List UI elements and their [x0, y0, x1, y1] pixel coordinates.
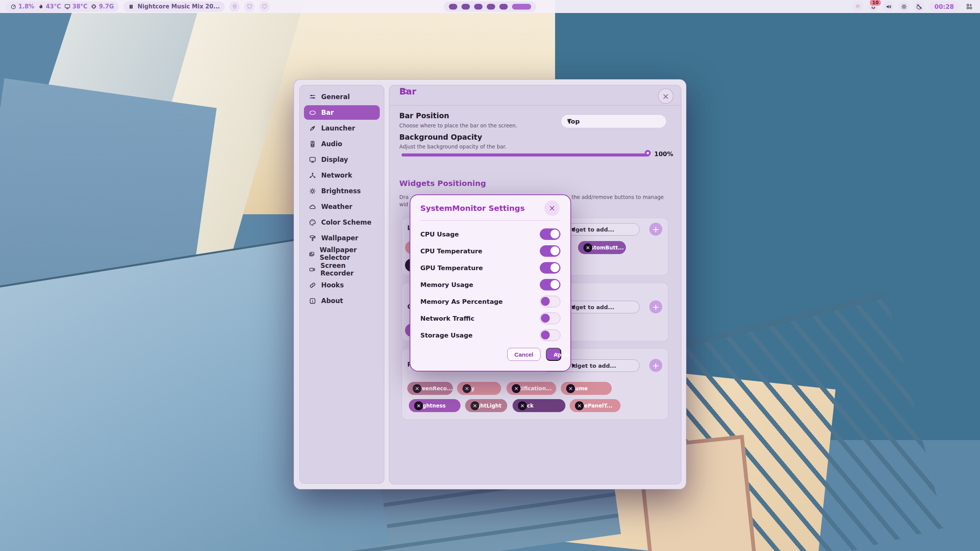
- systemmonitor-settings-dialog: SystemMonitor Settings × CPU Usage CPU T…: [410, 194, 571, 372]
- cpu-usage-stat: 1.8%: [10, 3, 34, 10]
- toggle-row-gpu-temperature: GPU Temperature: [410, 259, 570, 276]
- widgets-description-fragment: the add/remove buttons to manage: [572, 194, 664, 200]
- workspace-dot-active[interactable]: [512, 4, 531, 10]
- brightness-sun-icon: [309, 187, 316, 195]
- widget-chip-clock[interactable]: Clock ×: [513, 399, 565, 412]
- storage-usage-toggle[interactable]: [540, 329, 560, 341]
- workspace-dot[interactable]: [462, 4, 470, 10]
- sidebar-item-audio[interactable]: Audio: [304, 137, 380, 151]
- volume-button[interactable]: [883, 1, 894, 12]
- workspace-dot[interactable]: [487, 4, 495, 10]
- skull-button[interactable]: [229, 2, 240, 12]
- chip-remove-button[interactable]: ×: [583, 243, 592, 252]
- workspace-dot[interactable]: [474, 4, 483, 10]
- sidebar-item-color-scheme[interactable]: Color Scheme: [304, 215, 380, 230]
- chevron-down-icon: ▼: [572, 363, 575, 368]
- gpu-temperature-toggle[interactable]: [540, 262, 560, 274]
- cpu-usage-toggle[interactable]: [540, 228, 560, 240]
- sidebar-item-wallpaper[interactable]: Wallpaper: [304, 231, 380, 245]
- notifications-button[interactable]: 10: [868, 1, 879, 12]
- workspace-indicator: [444, 2, 536, 12]
- cpu-temperature-toggle[interactable]: [540, 245, 560, 257]
- night-light-button[interactable]: [914, 1, 924, 12]
- sidebar-item-label: Display: [321, 156, 348, 163]
- dialog-close-button[interactable]: ×: [544, 201, 560, 216]
- heart-button[interactable]: [259, 2, 270, 12]
- background-opacity-slider[interactable]: [402, 152, 649, 158]
- dialog-title: SystemMonitor Settings: [420, 204, 525, 213]
- tray-app-button[interactable]: [853, 1, 863, 12]
- widget-chip-screenrecorder[interactable]: ScreenReco... ×: [407, 382, 453, 395]
- widget-chip-nightlight[interactable]: NightLight ×: [465, 399, 507, 412]
- chip-remove-button[interactable]: ×: [462, 384, 471, 393]
- chip-remove-button[interactable]: ×: [512, 384, 521, 393]
- dashboard-button[interactable]: [964, 1, 975, 12]
- sidebar-item-label: Brightness: [321, 187, 361, 195]
- bar-position-description: Choose where to place the bar on the scr…: [399, 122, 517, 129]
- sliders-icon: [309, 93, 316, 101]
- brightness-button[interactable]: [898, 1, 909, 12]
- moon-off-icon: [916, 3, 923, 10]
- toggle-knob: [550, 230, 559, 238]
- media-player-pill[interactable]: Nightcore Music Mix 20...: [123, 2, 225, 12]
- widget-chip-sidepaneltoggle[interactable]: SidePanelT... ×: [570, 399, 621, 412]
- clock[interactable]: 00:28: [929, 2, 959, 12]
- widget-add-select-text: dget to add...: [572, 304, 614, 310]
- add-widget-button[interactable]: +: [649, 300, 662, 313]
- widget-chip-brightness[interactable]: Brightness ×: [409, 399, 461, 412]
- panel-close-button[interactable]: ×: [658, 88, 673, 104]
- video-camera-icon: [309, 266, 315, 273]
- cancel-button[interactable]: Cancel: [507, 348, 541, 361]
- sidebar-item-bar[interactable]: Bar: [304, 105, 380, 120]
- paint-roller-icon: [309, 235, 316, 242]
- toggle-knob: [550, 263, 559, 272]
- apply-button[interactable]: Apply: [546, 348, 561, 361]
- sidebar-item-launcher[interactable]: Launcher: [304, 121, 380, 135]
- widget-chip-custombutton[interactable]: CustomButt... ×: [578, 241, 626, 254]
- memory-value: 9.7G: [99, 3, 114, 10]
- sidebar-item-general[interactable]: General: [304, 90, 380, 104]
- system-stats-pill[interactable]: 1.8% 43°C 38°C 9.7G: [5, 2, 119, 12]
- widget-chip-volume[interactable]: Volume ×: [561, 382, 612, 395]
- sidebar-item-weather[interactable]: Weather: [304, 199, 380, 214]
- slider-knob[interactable]: [645, 150, 651, 156]
- workspace-dot[interactable]: [449, 4, 457, 10]
- toggle-knob: [550, 246, 559, 255]
- skull-icon: [232, 3, 238, 10]
- sidebar-item-about[interactable]: About: [304, 293, 380, 308]
- add-widget-button[interactable]: +: [649, 223, 662, 236]
- slider-track[interactable]: [402, 153, 649, 156]
- sidebar-item-screen-recorder[interactable]: Screen Recorder: [304, 262, 380, 277]
- sidebar-item-label: Audio: [321, 140, 342, 148]
- chip-remove-button[interactable]: ×: [413, 384, 421, 393]
- chip-remove-button[interactable]: ×: [414, 401, 423, 410]
- sidebar-item-display[interactable]: Display: [304, 152, 380, 167]
- chip-remove-button[interactable]: ×: [575, 401, 584, 410]
- sidebar-item-wallpaper-selector[interactable]: Wallpaper Selector: [304, 246, 380, 261]
- network-traffic-toggle[interactable]: [540, 313, 560, 324]
- widget-chip-notifications[interactable]: Notification... ×: [506, 382, 556, 395]
- add-widget-button[interactable]: +: [649, 359, 662, 372]
- heart-button[interactable]: [244, 2, 255, 12]
- bar-position-select[interactable]: Top ▼: [561, 114, 666, 128]
- widgets-description-fragment: wid: [399, 201, 408, 207]
- toggle-row-storage-usage: Storage Usage: [410, 327, 570, 344]
- monitor-icon: [64, 3, 70, 10]
- sidebar-item-brightness[interactable]: Brightness: [304, 184, 380, 198]
- workspace-dot[interactable]: [500, 4, 508, 10]
- chip-remove-button[interactable]: ×: [518, 401, 527, 410]
- toggle-knob: [550, 280, 559, 289]
- chip-remove-button[interactable]: ×: [566, 384, 575, 393]
- heart-icon: [247, 3, 253, 10]
- sidebar-item-network[interactable]: Network: [304, 168, 380, 183]
- memory-as-percentage-toggle[interactable]: [540, 296, 560, 307]
- cpu-usage-value: 1.8%: [18, 3, 34, 10]
- settings-sidebar: General Bar Launcher Audio Display Netwo…: [299, 85, 384, 484]
- chip-remove-button[interactable]: ×: [470, 401, 479, 410]
- memory-usage-toggle[interactable]: [540, 279, 560, 290]
- toggle-knob: [541, 314, 550, 323]
- widget-add-select-text: idget to add...: [572, 363, 616, 369]
- sidebar-item-hooks[interactable]: Hooks: [304, 278, 380, 292]
- widget-chip-tray[interactable]: Tray ×: [457, 382, 501, 395]
- toggle-row-memory-as-percentage: Memory As Percentage: [410, 293, 570, 310]
